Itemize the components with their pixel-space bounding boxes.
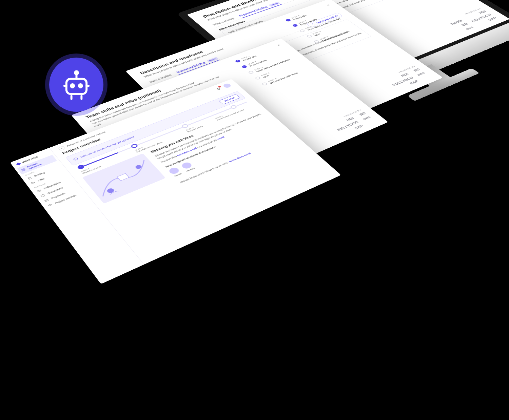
info-icon — [72, 157, 79, 161]
beta-badge: BETA — [268, 2, 280, 7]
box-icon — [36, 189, 42, 193]
svg-line-19 — [45, 200, 48, 201]
svg-point-4 — [79, 84, 82, 87]
set-nda-button[interactable]: Set NDA — [219, 94, 240, 105]
svg-point-25 — [106, 188, 115, 194]
svg-line-14 — [29, 177, 30, 178]
logo-aws: aws — [361, 115, 372, 121]
brand-logo-icon — [16, 163, 21, 165]
file-icon — [40, 193, 46, 197]
svg-rect-11 — [22, 170, 24, 171]
trusted-by: TRUSTED BY HDI BD KELLYOCG aws SAP — [328, 109, 376, 135]
back-button[interactable]: ‹ — [58, 146, 65, 151]
step-dot-3 — [299, 29, 306, 33]
overview-icon — [20, 168, 26, 172]
svg-point-20 — [50, 205, 51, 206]
trusted-by: TRUSTED BY Netflix HDI BD KELLYOCG aws S… — [446, 7, 498, 32]
logo-sap: SAP — [409, 80, 419, 85]
logo-aws: aws — [464, 26, 474, 31]
gear-icon — [47, 203, 54, 207]
logo-bd: BD — [412, 68, 421, 72]
svg-rect-18 — [44, 199, 48, 202]
document-icon — [27, 176, 33, 180]
tag-icon — [30, 181, 36, 185]
svg-line-23 — [76, 159, 76, 159]
logo-sap: SAP — [487, 16, 498, 21]
svg-rect-13 — [28, 177, 32, 180]
step-dot-5 — [261, 82, 268, 86]
robot-icon — [49, 58, 103, 112]
card-icon — [44, 198, 50, 203]
svg-rect-9 — [21, 169, 23, 170]
svg-rect-24 — [117, 173, 129, 181]
logo-bd: BD — [358, 111, 367, 116]
step-dot-2 — [241, 65, 248, 69]
svg-rect-2 — [66, 79, 86, 94]
svg-rect-12 — [24, 169, 25, 170]
svg-point-26 — [134, 164, 142, 170]
consultant-avatar: Henrike — [180, 161, 196, 173]
consultant-avatar: Nicola — [168, 167, 183, 178]
logo-hdi: HDI — [400, 72, 409, 78]
svg-line-15 — [29, 178, 30, 178]
logo-hdi: HDI — [478, 10, 487, 15]
logo-bd: BD — [461, 22, 469, 27]
svg-point-16 — [32, 183, 32, 183]
logo-hdi: HDI — [345, 117, 355, 122]
hstep-node-1 — [77, 164, 85, 170]
logo-aws: aws — [416, 71, 426, 77]
logo-sap: SAP — [353, 124, 364, 130]
svg-rect-17 — [37, 190, 41, 192]
svg-rect-10 — [23, 168, 25, 169]
svg-point-3 — [71, 84, 74, 87]
step-dot-4 — [254, 76, 261, 80]
